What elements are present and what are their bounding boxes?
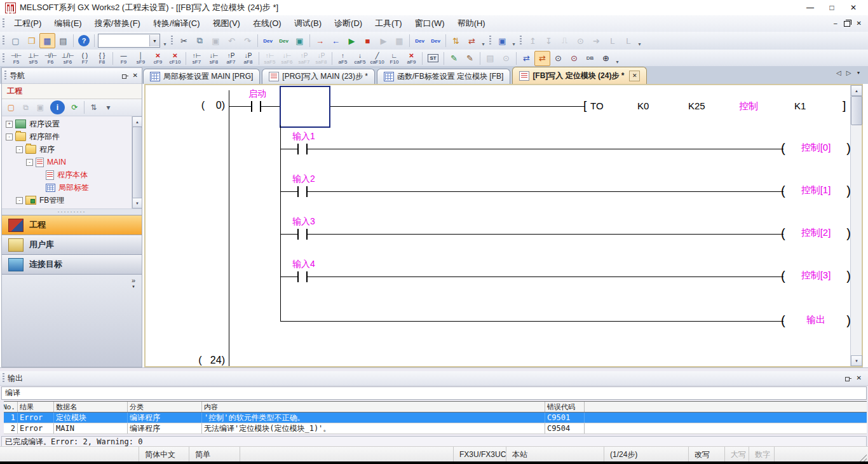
tree-item[interactable]: -程序 <box>2 143 132 156</box>
menu-item[interactable]: 窗口(W) <box>409 15 451 32</box>
tree-item[interactable]: -定位模块 <box>2 207 132 208</box>
sort-icon[interactable]: ⇅ <box>86 100 101 114</box>
scroll-up-icon[interactable]: ▲ <box>132 116 142 127</box>
editor-scrollbar[interactable]: ▲ ▼ <box>850 85 862 366</box>
menubar-grip[interactable] <box>3 18 4 29</box>
monitor-start-icon[interactable]: ▶ <box>344 33 360 48</box>
scroll-up-icon[interactable]: ▲ <box>851 85 862 96</box>
mdi-close-icon[interactable]: ✕ <box>857 20 862 27</box>
ladder-symbol-sF6-button[interactable]: ⊥/⊢sF6 <box>59 51 76 66</box>
toolbar-grip[interactable] <box>520 36 522 46</box>
maximize-button[interactable]: □ <box>821 1 843 14</box>
menu-item[interactable]: 视图(V) <box>207 15 247 32</box>
ladder-symbol-cF9-button[interactable]: ✕cF9 <box>149 51 166 66</box>
menu-item[interactable]: 工具(T) <box>369 15 409 32</box>
menu-item[interactable]: 工程(P) <box>8 15 48 32</box>
mdi-restore-icon[interactable] <box>844 21 850 27</box>
tree-expander[interactable]: - <box>6 133 13 140</box>
find-device-icon[interactable]: ⊙ <box>550 51 566 66</box>
more-menu-icon[interactable]: ▾ <box>132 283 135 290</box>
tree-expander[interactable]: + <box>6 121 13 128</box>
ladder-symbol-sF8-button[interactable]: ↓⊢sF8 <box>205 51 222 66</box>
inline-st-icon[interactable]: ST <box>424 51 442 66</box>
ladder-symbol-F5-button[interactable]: ⊣⊢F5 <box>8 51 25 66</box>
tree-expander[interactable]: - <box>26 159 33 166</box>
data-attribute-icon[interactable]: i <box>50 100 65 114</box>
ladder-symbol-sF9-button[interactable]: │sF9 <box>132 51 149 66</box>
sort-menu-icon[interactable]: ▾ <box>101 100 116 114</box>
tab-4[interactable]: [FB]写入 定位模块 (24)步 *✕ <box>512 67 647 84</box>
scroll-down-icon[interactable]: ▼ <box>132 198 142 208</box>
pin-icon[interactable] <box>121 72 128 79</box>
read-mode-icon[interactable]: ✎ <box>462 51 478 66</box>
ladder-symbol-cF10-button[interactable]: ✕cF10 <box>166 51 184 66</box>
toolbar-grip[interactable] <box>3 36 4 46</box>
refresh-view-icon[interactable]: ⟳ <box>67 100 82 114</box>
ladder-symbol-sF7-button[interactable]: ↑⊢sF7 <box>188 51 205 66</box>
toolbar-grip[interactable] <box>489 36 491 46</box>
menu-item[interactable]: 诊断(D) <box>328 15 369 32</box>
menu-item[interactable]: 在线(O) <box>247 15 288 32</box>
menu-item[interactable]: 调试(B) <box>288 15 328 32</box>
tab-scroll-left-icon[interactable]: ◁ <box>836 69 841 76</box>
toolbar-overflow-icon[interactable]: ▾ <box>636 33 643 48</box>
toolbar-overflow-icon[interactable]: ▾ <box>510 33 517 48</box>
ladder-symbol-aF7-button[interactable]: ↑PaF7 <box>222 51 240 66</box>
remote-operation-icon[interactable]: ⇄ <box>464 33 480 48</box>
tree-item[interactable]: 程序本体 <box>2 168 132 181</box>
ladder-symbol-aF5-button[interactable]: ↑aF5 <box>334 51 351 66</box>
more-buttons-icon[interactable]: » <box>132 277 135 283</box>
edit-cursor[interactable] <box>280 86 330 128</box>
tree-scrollbar-thumb[interactable] <box>132 126 142 208</box>
menu-item[interactable]: 转换/编译(C) <box>147 15 207 32</box>
ladder-symbol-combo[interactable]: ▼ <box>98 34 160 48</box>
ladder-symbol-caF5-button[interactable]: ↓caF5 <box>351 51 369 66</box>
toolbar-grip[interactable] <box>3 53 4 64</box>
ladder-symbol-aF9-button[interactable]: ✕aF9 <box>403 51 420 66</box>
pin-icon[interactable] <box>844 375 851 382</box>
toolbar-overflow-icon[interactable]: ▾ <box>614 51 621 66</box>
column-header[interactable]: 内容 <box>202 402 545 412</box>
cut-icon[interactable]: ✂ <box>176 33 192 48</box>
tab-menu-icon[interactable]: ▼ <box>856 71 860 75</box>
device-display-icon[interactable]: DB <box>582 51 598 66</box>
tree-item[interactable]: -MAIN <box>2 156 132 168</box>
column-header[interactable]: 数据名 <box>54 402 128 412</box>
tab-close-icon[interactable]: ✕ <box>629 71 640 81</box>
editor-scrollbar-thumb[interactable] <box>851 96 862 125</box>
ladder-symbol-F6-button[interactable]: ⊣/⊢F6 <box>42 51 59 66</box>
display-format-icon[interactable]: ⇄ <box>519 51 534 66</box>
column-header[interactable]: 结果 <box>18 402 54 412</box>
mdi-minimize-icon[interactable]: – <box>834 20 837 27</box>
device-batch-monitor-icon[interactable]: Dev <box>412 33 428 48</box>
ladder-canvas[interactable]: ( 0) ( 24) 启动 [ TO K0 K25 控制 K1 ] 输入1(控制… <box>146 85 851 366</box>
minimize-button[interactable]: — <box>799 1 821 14</box>
toolbar-grip[interactable] <box>171 36 173 46</box>
column-header[interactable]: 分类 <box>128 402 202 412</box>
ladder-symbol-F7-button[interactable]: ( )F7 <box>76 51 93 66</box>
close-panel-icon[interactable]: ✕ <box>857 375 862 381</box>
new-project-icon[interactable]: ▢ <box>8 33 24 48</box>
transfer-read-icon[interactable]: ← <box>328 33 344 48</box>
nav-mode-connection-button[interactable]: 连接目标 <box>2 254 142 274</box>
tree-item[interactable]: -程序部件 <box>2 130 132 143</box>
tab-scroll-right-icon[interactable]: ▷ <box>846 69 851 76</box>
transfer-setup-icon[interactable]: → <box>312 33 328 48</box>
open-project-icon[interactable]: ❒ <box>24 33 39 48</box>
ladder-symbol-sF5-button[interactable]: ⊥⊢sF5 <box>25 51 42 66</box>
close-button[interactable]: ✕ <box>843 1 864 14</box>
ladder-symbol-F10-button[interactable]: ∟F10 <box>386 51 403 66</box>
buffer-memory-monitor-icon[interactable]: Dev <box>428 33 444 48</box>
copy-icon[interactable]: ⧉ <box>192 33 208 48</box>
tree-expander[interactable]: - <box>16 197 23 204</box>
navigation-splitter[interactable]: ········· <box>2 208 142 215</box>
verify-icon[interactable]: ⇅ <box>448 33 464 48</box>
tree-scrollbar[interactable]: ▲ ▼ <box>132 116 142 208</box>
zoom-icon[interactable]: ⊕ <box>598 51 614 66</box>
tab-2[interactable]: [PRG]写入 MAIN (23)步 * <box>262 69 375 84</box>
toolbar-overflow-icon[interactable]: ▾ <box>480 33 487 48</box>
new-data-icon[interactable]: ▢ <box>4 100 18 114</box>
tree-item[interactable]: +程序设置 <box>2 118 132 130</box>
navigation-grip[interactable] <box>4 71 6 81</box>
column-header[interactable]: No. <box>4 402 18 412</box>
